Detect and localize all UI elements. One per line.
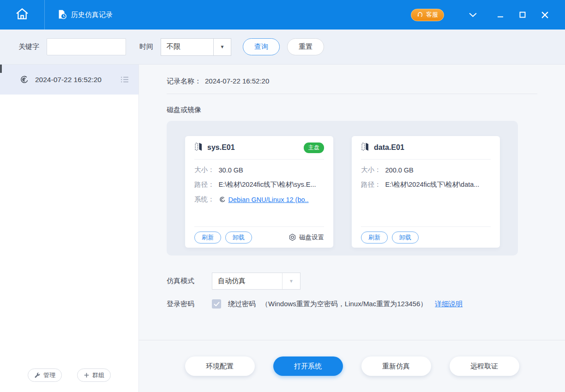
filter-bar: 关键字 时间 不限 ▼ 查询 重置 <box>0 30 565 65</box>
path-label: 路径： <box>361 180 381 189</box>
bypass-password-checkbox[interactable] <box>212 299 221 309</box>
main-body: 记录名称： 2024-07-22 16:52:20 磁盘或镜像 <box>139 65 565 340</box>
disk-size-row: 大小： 200.0 GB <box>361 166 491 174</box>
support-label: 客服 <box>426 11 438 19</box>
disk-image-icon <box>194 142 203 154</box>
content-area: 2024-07-22 16:52:20 管理 <box>0 65 565 392</box>
disk-settings-label: 磁盘设置 <box>299 233 324 242</box>
disk-image-icon <box>361 142 370 154</box>
os-label: 系统： <box>194 195 215 204</box>
manage-button[interactable]: 管理 <box>28 368 62 382</box>
history-record-icon <box>57 9 67 21</box>
disk-card-header: sys.E01 主盘 <box>194 136 324 160</box>
disk-path-row: 路径： E:\检材\2024fic线下\检材\sys.E... <box>194 180 324 189</box>
disk-card-footer: 刷新 卸载 磁盘设置 <box>194 226 324 248</box>
login-password-row: 登录密码 绕过密码 （Windows重置为空密码，Linux/Mac重置为123… <box>167 299 537 309</box>
disk-card-footer: 刷新 卸载 <box>361 226 491 248</box>
path-value: E:\检材\2024fic线下\检材\data... <box>385 180 480 189</box>
details-link[interactable]: 详细说明 <box>435 300 463 309</box>
query-button[interactable]: 查询 <box>243 38 280 55</box>
disk-os-row: 系统： Debian GNU/Linux 12 (bo.. <box>194 195 324 204</box>
disk-card-data: data.E01 大小： 200.0 GB 路径： E:\检材\2024fic线… <box>352 136 500 248</box>
record-sidebar: 2024-07-22 16:52:20 管理 <box>0 65 139 392</box>
collapse-chevron-button[interactable] <box>462 6 484 24</box>
refresh-button[interactable]: 刷新 <box>361 232 388 244</box>
path-label: 路径： <box>194 180 215 189</box>
main-disk-badge: 主盘 <box>304 143 324 153</box>
maximize-button[interactable] <box>511 6 534 24</box>
time-label: 时间 <box>139 42 153 51</box>
home-icon <box>15 7 30 23</box>
scroll-marker <box>0 65 2 73</box>
disk-size-row: 大小： 30.0 GB <box>194 166 324 174</box>
time-select[interactable]: 不限 ▼ <box>161 38 231 56</box>
disk-name: data.E01 <box>374 143 404 152</box>
disk-card-sys: sys.E01 主盘 大小： 30.0 GB 路径： E:\检材\2024fic… <box>185 136 333 248</box>
page-title-group: 历史仿真记录 <box>57 9 113 21</box>
simulation-mode-row: 仿真模式 自动仿真 ▼ <box>167 273 537 290</box>
record-name-row: 记录名称： 2024-07-22 16:52:20 <box>167 65 537 86</box>
size-value: 200.0 GB <box>385 166 414 174</box>
record-detail-list-icon[interactable] <box>120 76 129 83</box>
size-label: 大小： <box>194 166 215 174</box>
main-panel: 记录名称： 2024-07-22 16:52:20 磁盘或镜像 <box>139 65 565 392</box>
action-footer: 环境配置 打开系统 重新仿真 远程取证 <box>139 340 565 392</box>
disk-panel: sys.E01 主盘 大小： 30.0 GB 路径： E:\检材\2024fic… <box>167 121 518 255</box>
gear-icon <box>289 233 296 241</box>
headset-icon <box>417 11 423 19</box>
unload-button[interactable]: 卸载 <box>225 232 252 244</box>
sidebar-actions: 管理 群组 <box>0 368 138 382</box>
password-label: 登录密码 <box>167 300 212 309</box>
minimize-button[interactable] <box>489 6 511 24</box>
mode-select[interactable]: 自动仿真 ▼ <box>212 273 301 290</box>
size-value: 30.0 GB <box>219 166 243 174</box>
keyword-input[interactable] <box>47 38 126 55</box>
divider <box>167 94 537 94</box>
disks-section-label: 磁盘或镜像 <box>167 106 537 114</box>
group-button[interactable]: 群组 <box>77 368 111 382</box>
reset-button[interactable]: 重置 <box>287 38 324 55</box>
debian-swirl-icon <box>219 196 226 203</box>
bypass-label: 绕过密码 <box>228 300 256 309</box>
size-label: 大小： <box>361 166 381 174</box>
bypass-note: （Windows重置为空密码，Linux/Mac重置为123456） <box>261 300 427 309</box>
keyword-label: 关键字 <box>18 42 39 51</box>
titlebar-controls: 客服 <box>411 6 565 24</box>
record-list-item-selected[interactable]: 2024-07-22 16:52:20 <box>0 65 138 95</box>
os-link[interactable]: Debian GNU/Linux 12 (bo.. <box>228 196 309 203</box>
record-item-label: 2024-07-22 16:52:20 <box>35 76 102 84</box>
record-name-label: 记录名称： <box>167 77 201 86</box>
mode-select-value: 自动仿真 <box>212 273 282 289</box>
time-select-value: 不限 <box>161 39 213 55</box>
manage-label: 管理 <box>43 371 55 380</box>
re-simulate-button[interactable]: 重新仿真 <box>361 356 431 376</box>
support-button[interactable]: 客服 <box>411 9 444 21</box>
remote-forensics-button[interactable]: 远程取证 <box>450 356 519 376</box>
home-button[interactable] <box>0 0 45 30</box>
titlebar: 历史仿真记录 客服 <box>0 0 565 30</box>
dropdown-arrow-icon: ▼ <box>282 273 300 289</box>
open-system-button[interactable]: 打开系统 <box>273 356 343 376</box>
disk-path-row: 路径： E:\检材\2024fic线下\检材\data... <box>361 180 491 189</box>
debian-swirl-icon <box>19 75 30 85</box>
record-name-value: 2024-07-22 16:52:20 <box>205 77 269 86</box>
env-config-button[interactable]: 环境配置 <box>185 356 255 376</box>
page-title: 历史仿真记录 <box>71 11 113 19</box>
disk-name: sys.E01 <box>207 143 235 152</box>
disk-card-header: data.E01 <box>361 136 491 160</box>
plus-icon <box>84 372 90 378</box>
refresh-button[interactable]: 刷新 <box>194 232 221 244</box>
dropdown-arrow-icon: ▼ <box>213 39 231 55</box>
mode-label: 仿真模式 <box>167 277 212 285</box>
disk-settings-button[interactable]: 磁盘设置 <box>289 233 324 242</box>
group-label: 群组 <box>92 371 104 380</box>
path-value: E:\检材\2024fic线下\检材\sys.E... <box>219 180 316 189</box>
unload-button[interactable]: 卸载 <box>392 232 419 244</box>
wrench-icon <box>34 372 41 379</box>
close-button[interactable] <box>534 6 556 24</box>
